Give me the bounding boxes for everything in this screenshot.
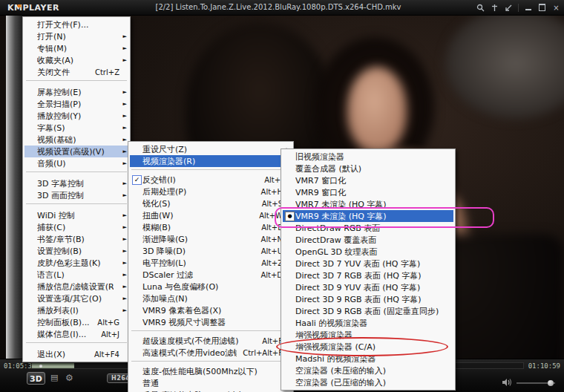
- menu-item[interactable]: 退出(X) Alt+F4: [24, 348, 128, 360]
- menu-item[interactable]: 添加噪点(N): [130, 293, 292, 304]
- menu-item[interactable]: 3D 画面控制: [24, 189, 128, 201]
- minimize-icon[interactable]: [523, 3, 533, 13]
- menu-item[interactable]: 捕获(C): [24, 221, 128, 233]
- menu-item[interactable]: VMR9 像素着色器(X): [130, 304, 292, 316]
- menu-item[interactable]: 增强视频渲染器: [283, 329, 453, 341]
- menu-item[interactable]: 覆盖合成器 (默认): [283, 163, 453, 174]
- close-icon[interactable]: ×: [551, 3, 561, 13]
- menu-item-label: 速度-低性能电脑(500Mhz以下): [142, 366, 277, 377]
- menu-item[interactable]: 控制面板(B)... Alt+G: [24, 316, 128, 328]
- menu-item[interactable]: OpenGL 3D 纹理表面: [283, 246, 453, 258]
- menu-item[interactable]: 空渲染器 (已压缩的输入): [283, 376, 453, 388]
- speaker-icon[interactable]: [502, 376, 512, 390]
- menu-item[interactable]: 增强视频渲染器 (C/A): [283, 341, 453, 353]
- menu-item[interactable]: 打开(N): [24, 30, 128, 42]
- menu-item[interactable]: 锐化(S) Alt+S: [130, 197, 292, 209]
- volume-knob[interactable]: [548, 380, 554, 386]
- menu-item[interactable]: DScaler 过滤 Alt+D: [130, 269, 292, 281]
- menu-item-label: 语言(L): [37, 270, 114, 281]
- menu-item[interactable]: 视频(基础): [24, 134, 128, 146]
- menu-item[interactable]: Haali 的视频渲染器: [283, 317, 453, 329]
- menu-item[interactable]: 旧视频渲染器: [283, 151, 453, 163]
- menu-item[interactable]: DirectDraw RGB 表面: [283, 222, 453, 234]
- menu-item[interactable]: [24, 172, 128, 177]
- resize-icon[interactable]: [504, 3, 514, 13]
- menu-item[interactable]: [24, 203, 128, 209]
- menu-item-label: 书签/章节(B): [37, 234, 114, 245]
- playlist-icon[interactable]: ▤: [50, 373, 58, 382]
- menu-item[interactable]: 高速模式(不使用video滤镜) Ctrl+Alt+F: [130, 347, 292, 359]
- pin-icon[interactable]: [490, 3, 499, 13]
- settings-gear-icon[interactable]: ⚙: [65, 373, 73, 383]
- menu-item[interactable]: VMR9 未渲染 (HQ 字幕): [283, 210, 453, 222]
- menu-item[interactable]: VMR9 窗口化: [283, 186, 453, 198]
- menu-item[interactable]: 电平控制(L) Alt+Z: [130, 257, 292, 269]
- menu-item[interactable]: 渐进降噪(G) Alt+N: [130, 233, 292, 245]
- menu-item[interactable]: 3D 字幕控制: [24, 177, 128, 189]
- menu-item-label: 媒体信息(I)...: [37, 329, 95, 340]
- menu-item[interactable]: 关闭文件 Ctrl+Z: [24, 66, 128, 78]
- menu-item[interactable]: 播放控制(Y): [24, 110, 128, 122]
- menu-item[interactable]: [24, 342, 128, 348]
- menu-item[interactable]: 后期处理(P) Alt+H: [130, 186, 292, 197]
- menu-item[interactable]: 设置控制(B): [24, 245, 128, 257]
- menu-item[interactable]: 超级速度模式(不使用滤镜) Alt+F: [130, 335, 292, 347]
- menu-item-label: DirectDraw RGB 表面: [295, 223, 439, 234]
- menu-item-mark: [131, 175, 142, 185]
- menu-item[interactable]: VMR9 视频尺寸调整器: [130, 316, 292, 328]
- menu-item[interactable]: 收藏夹(A): [24, 54, 128, 66]
- menu-item[interactable]: 专辑(M): [24, 42, 128, 54]
- menu-item[interactable]: 质量-高性能电脑(2GHz以上): [130, 389, 292, 392]
- menu-item[interactable]: [24, 80, 128, 86]
- menu-item[interactable]: 皮肤/色彩主题(K): [24, 257, 128, 269]
- menu-item-label: 退出(X): [37, 349, 88, 360]
- menu-item[interactable]: Direct 3D 9 RGB 表面 (固定垂直同步): [283, 305, 453, 317]
- menu-item[interactable]: 书签/章节(B): [24, 233, 128, 245]
- menu-item[interactable]: Direct 3D 7 YUV 表面 (HQ 字幕): [283, 258, 453, 270]
- menu-item-label: 3D 降噪(D): [142, 246, 255, 257]
- menu-item[interactable]: 3D 降噪(D) Alt+U: [130, 245, 292, 257]
- menu-item[interactable]: 空渲染器 (未压缩的输入): [283, 365, 453, 376]
- menu-item[interactable]: Direct 3D 9 YUV 表面 (HQ 字幕): [283, 281, 453, 293]
- search-icon[interactable]: [476, 3, 485, 13]
- menu-item[interactable]: 反交错(I) Alt+I: [130, 174, 292, 186]
- menu-item-label: DirectDraw 覆盖表面: [295, 235, 439, 246]
- menu-item[interactable]: 全景扫描(P): [24, 98, 128, 110]
- maximize-icon[interactable]: [537, 3, 547, 13]
- menu-item[interactable]: Direct 3D 9 RGB 表面 (HQ 字幕): [283, 293, 453, 305]
- title-bar[interactable]: KMPLAYER [2/2] Listen.To.Jane.Z.Live.201…: [0, 0, 564, 16]
- menu-item[interactable]: 扭曲(W) Alt+W: [130, 209, 292, 221]
- submenu-arrow-icon: [119, 212, 127, 218]
- menu-item[interactable]: VMR7 未渲染 (HQ 字幕): [283, 198, 453, 210]
- menu-item-label: 全景扫描(P): [37, 99, 114, 110]
- menu-item[interactable]: Direct 3D 7 RGB 表面 (HQ 字幕): [283, 270, 453, 281]
- menu-item[interactable]: 模糊(B) Alt+B: [130, 221, 292, 233]
- menu-item[interactable]: 字幕(S): [24, 122, 128, 134]
- submenu-arrow-icon: [119, 295, 127, 301]
- menu-item[interactable]: 重设尺寸(Z): [130, 143, 292, 155]
- volume-slider[interactable]: [517, 382, 555, 384]
- menu-item[interactable]: Luna 与色度偏移(O): [130, 281, 292, 293]
- menu-item[interactable]: 设置选项/其它(O): [24, 293, 128, 304]
- menu-item[interactable]: 视频设置(高级)(V): [24, 146, 128, 157]
- seek-bar-thumb[interactable]: [39, 365, 42, 368]
- menu-item-label: 重设尺寸(Z): [142, 144, 277, 155]
- menu-item[interactable]: 播放列表(I): [24, 304, 128, 316]
- menu-item[interactable]: VMR7 窗口化: [283, 174, 453, 186]
- 3d-mode-button[interactable]: 3D: [27, 372, 45, 385]
- menu-item[interactable]: 播放信息/滤镜设置(R): [24, 281, 128, 293]
- menu-item[interactable]: WiDi 控制: [24, 209, 128, 221]
- submenu-arrow-icon: [119, 284, 127, 290]
- menu-item[interactable]: 视频渲染器(R): [130, 155, 292, 167]
- menu-item[interactable]: DirectDraw 覆盖表面: [283, 234, 453, 246]
- menu-item-label: 添加噪点(N): [142, 293, 277, 304]
- menu-item[interactable]: 普通: [130, 377, 292, 389]
- menu-item[interactable]: 媒体信息(I)... Alt+J: [24, 328, 128, 340]
- menu-item[interactable]: 语言(L): [24, 269, 128, 281]
- menu-item[interactable]: 音频(U): [24, 157, 128, 169]
- menu-item[interactable]: 打开文件(F)...: [24, 19, 128, 30]
- menu-item[interactable]: Madshi 的视频渲染器: [283, 353, 453, 365]
- submenu-arrow-icon: [119, 101, 127, 107]
- menu-item[interactable]: 屏幕控制(E): [24, 86, 128, 98]
- menu-item[interactable]: 速度-低性能电脑(500Mhz以下): [130, 365, 292, 377]
